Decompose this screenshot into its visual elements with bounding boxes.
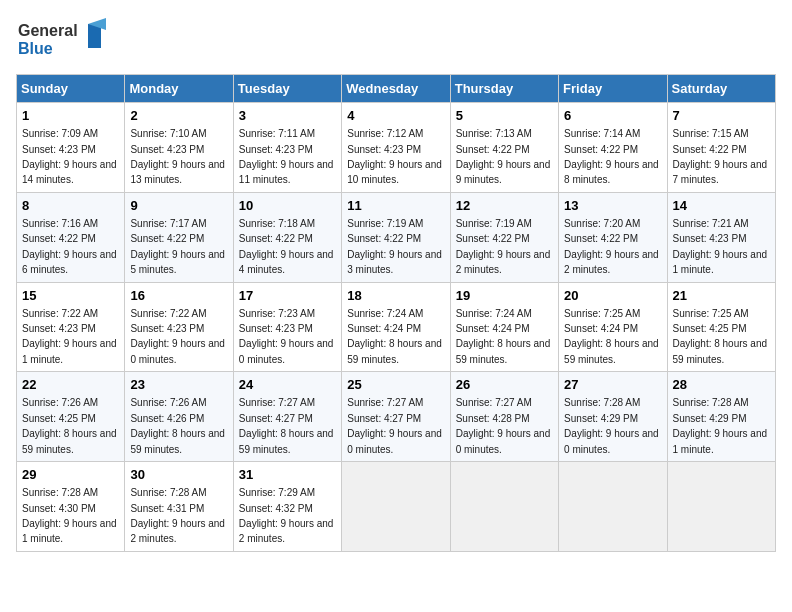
day-number: 16 [130, 287, 227, 305]
calendar-cell [342, 462, 450, 552]
calendar-cell: 18 Sunrise: 7:24 AMSunset: 4:24 PMDaylig… [342, 282, 450, 372]
calendar-week-3: 15 Sunrise: 7:22 AMSunset: 4:23 PMDaylig… [17, 282, 776, 372]
day-info: Sunrise: 7:24 AMSunset: 4:24 PMDaylight:… [347, 308, 442, 365]
calendar-cell: 31 Sunrise: 7:29 AMSunset: 4:32 PMDaylig… [233, 462, 341, 552]
day-number: 20 [564, 287, 661, 305]
calendar-cell: 22 Sunrise: 7:26 AMSunset: 4:25 PMDaylig… [17, 372, 125, 462]
day-info: Sunrise: 7:18 AMSunset: 4:22 PMDaylight:… [239, 218, 334, 275]
calendar-cell: 12 Sunrise: 7:19 AMSunset: 4:22 PMDaylig… [450, 192, 558, 282]
calendar-cell: 28 Sunrise: 7:28 AMSunset: 4:29 PMDaylig… [667, 372, 775, 462]
day-info: Sunrise: 7:20 AMSunset: 4:22 PMDaylight:… [564, 218, 659, 275]
calendar-cell: 7 Sunrise: 7:15 AMSunset: 4:22 PMDayligh… [667, 103, 775, 193]
day-number: 13 [564, 197, 661, 215]
day-number: 8 [22, 197, 119, 215]
calendar-cell: 2 Sunrise: 7:10 AMSunset: 4:23 PMDayligh… [125, 103, 233, 193]
day-number: 17 [239, 287, 336, 305]
calendar-cell: 26 Sunrise: 7:27 AMSunset: 4:28 PMDaylig… [450, 372, 558, 462]
day-number: 3 [239, 107, 336, 125]
calendar-week-1: 1 Sunrise: 7:09 AMSunset: 4:23 PMDayligh… [17, 103, 776, 193]
calendar-table: SundayMondayTuesdayWednesdayThursdayFrid… [16, 74, 776, 552]
day-info: Sunrise: 7:13 AMSunset: 4:22 PMDaylight:… [456, 128, 551, 185]
day-of-week-thursday: Thursday [450, 75, 558, 103]
calendar-cell: 25 Sunrise: 7:27 AMSunset: 4:27 PMDaylig… [342, 372, 450, 462]
calendar-cell: 5 Sunrise: 7:13 AMSunset: 4:22 PMDayligh… [450, 103, 558, 193]
day-number: 19 [456, 287, 553, 305]
day-number: 9 [130, 197, 227, 215]
day-info: Sunrise: 7:12 AMSunset: 4:23 PMDaylight:… [347, 128, 442, 185]
day-of-week-saturday: Saturday [667, 75, 775, 103]
calendar-cell: 17 Sunrise: 7:23 AMSunset: 4:23 PMDaylig… [233, 282, 341, 372]
day-info: Sunrise: 7:26 AMSunset: 4:25 PMDaylight:… [22, 397, 117, 454]
calendar-cell [667, 462, 775, 552]
day-number: 18 [347, 287, 444, 305]
day-info: Sunrise: 7:28 AMSunset: 4:29 PMDaylight:… [564, 397, 659, 454]
day-info: Sunrise: 7:28 AMSunset: 4:30 PMDaylight:… [22, 487, 117, 544]
day-info: Sunrise: 7:17 AMSunset: 4:22 PMDaylight:… [130, 218, 225, 275]
day-number: 31 [239, 466, 336, 484]
day-number: 12 [456, 197, 553, 215]
calendar-cell: 29 Sunrise: 7:28 AMSunset: 4:30 PMDaylig… [17, 462, 125, 552]
day-number: 2 [130, 107, 227, 125]
day-info: Sunrise: 7:14 AMSunset: 4:22 PMDaylight:… [564, 128, 659, 185]
day-info: Sunrise: 7:27 AMSunset: 4:28 PMDaylight:… [456, 397, 551, 454]
calendar-cell [559, 462, 667, 552]
day-number: 22 [22, 376, 119, 394]
day-number: 7 [673, 107, 770, 125]
calendar-cell: 9 Sunrise: 7:17 AMSunset: 4:22 PMDayligh… [125, 192, 233, 282]
calendar-cell: 11 Sunrise: 7:19 AMSunset: 4:22 PMDaylig… [342, 192, 450, 282]
day-number: 29 [22, 466, 119, 484]
calendar-cell: 24 Sunrise: 7:27 AMSunset: 4:27 PMDaylig… [233, 372, 341, 462]
day-number: 26 [456, 376, 553, 394]
day-number: 23 [130, 376, 227, 394]
calendar-cell: 4 Sunrise: 7:12 AMSunset: 4:23 PMDayligh… [342, 103, 450, 193]
calendar-cell: 15 Sunrise: 7:22 AMSunset: 4:23 PMDaylig… [17, 282, 125, 372]
day-info: Sunrise: 7:27 AMSunset: 4:27 PMDaylight:… [239, 397, 334, 454]
day-info: Sunrise: 7:10 AMSunset: 4:23 PMDaylight:… [130, 128, 225, 185]
calendar-cell: 21 Sunrise: 7:25 AMSunset: 4:25 PMDaylig… [667, 282, 775, 372]
day-info: Sunrise: 7:26 AMSunset: 4:26 PMDaylight:… [130, 397, 225, 454]
day-number: 15 [22, 287, 119, 305]
day-number: 27 [564, 376, 661, 394]
day-info: Sunrise: 7:25 AMSunset: 4:25 PMDaylight:… [673, 308, 768, 365]
day-number: 5 [456, 107, 553, 125]
header: General Blue [16, 16, 776, 64]
day-number: 30 [130, 466, 227, 484]
calendar-week-5: 29 Sunrise: 7:28 AMSunset: 4:30 PMDaylig… [17, 462, 776, 552]
day-info: Sunrise: 7:19 AMSunset: 4:22 PMDaylight:… [456, 218, 551, 275]
calendar-cell: 10 Sunrise: 7:18 AMSunset: 4:22 PMDaylig… [233, 192, 341, 282]
day-of-week-friday: Friday [559, 75, 667, 103]
day-number: 10 [239, 197, 336, 215]
day-info: Sunrise: 7:22 AMSunset: 4:23 PMDaylight:… [130, 308, 225, 365]
logo: General Blue [16, 16, 116, 64]
day-number: 28 [673, 376, 770, 394]
day-of-week-wednesday: Wednesday [342, 75, 450, 103]
day-info: Sunrise: 7:16 AMSunset: 4:22 PMDaylight:… [22, 218, 117, 275]
calendar-cell: 14 Sunrise: 7:21 AMSunset: 4:23 PMDaylig… [667, 192, 775, 282]
calendar-cell: 19 Sunrise: 7:24 AMSunset: 4:24 PMDaylig… [450, 282, 558, 372]
calendar-cell: 6 Sunrise: 7:14 AMSunset: 4:22 PMDayligh… [559, 103, 667, 193]
day-number: 1 [22, 107, 119, 125]
day-of-week-monday: Monday [125, 75, 233, 103]
day-info: Sunrise: 7:15 AMSunset: 4:22 PMDaylight:… [673, 128, 768, 185]
day-of-week-sunday: Sunday [17, 75, 125, 103]
day-number: 14 [673, 197, 770, 215]
calendar-week-2: 8 Sunrise: 7:16 AMSunset: 4:22 PMDayligh… [17, 192, 776, 282]
calendar-cell: 16 Sunrise: 7:22 AMSunset: 4:23 PMDaylig… [125, 282, 233, 372]
calendar-cell: 23 Sunrise: 7:26 AMSunset: 4:26 PMDaylig… [125, 372, 233, 462]
day-info: Sunrise: 7:25 AMSunset: 4:24 PMDaylight:… [564, 308, 659, 365]
day-info: Sunrise: 7:23 AMSunset: 4:23 PMDaylight:… [239, 308, 334, 365]
day-number: 21 [673, 287, 770, 305]
svg-text:Blue: Blue [18, 40, 53, 57]
day-number: 11 [347, 197, 444, 215]
day-info: Sunrise: 7:28 AMSunset: 4:31 PMDaylight:… [130, 487, 225, 544]
logo-icon: General Blue [16, 16, 116, 60]
day-info: Sunrise: 7:27 AMSunset: 4:27 PMDaylight:… [347, 397, 442, 454]
calendar-week-4: 22 Sunrise: 7:26 AMSunset: 4:25 PMDaylig… [17, 372, 776, 462]
day-number: 4 [347, 107, 444, 125]
day-info: Sunrise: 7:09 AMSunset: 4:23 PMDaylight:… [22, 128, 117, 185]
day-number: 24 [239, 376, 336, 394]
day-info: Sunrise: 7:11 AMSunset: 4:23 PMDaylight:… [239, 128, 334, 185]
calendar-cell: 1 Sunrise: 7:09 AMSunset: 4:23 PMDayligh… [17, 103, 125, 193]
day-info: Sunrise: 7:24 AMSunset: 4:24 PMDaylight:… [456, 308, 551, 365]
day-info: Sunrise: 7:29 AMSunset: 4:32 PMDaylight:… [239, 487, 334, 544]
